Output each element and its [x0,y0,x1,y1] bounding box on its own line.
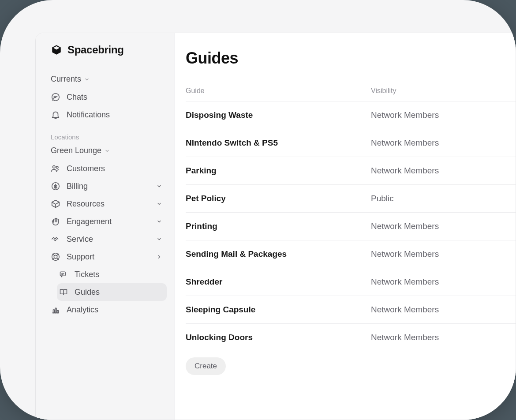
guide-visibility-cell: Network Members [371,249,516,259]
chevron-down-icon [156,236,162,242]
guide-visibility-cell: Network Members [371,221,516,231]
table-row[interactable]: Pet PolicyPublic [186,185,516,213]
guide-name-cell: Disposing Waste [186,110,371,120]
sidebar-item-label: Customers [67,164,162,173]
guide-name-cell: Shredder [186,277,371,287]
svg-point-2 [56,166,58,169]
sidebar-item-label: Tickets [75,270,162,279]
svg-rect-8 [55,308,56,313]
chevron-down-icon [104,148,110,154]
sidebar-item-label: Engagement [67,217,150,226]
location-name: Green Lounge [51,146,101,155]
table-row[interactable]: Nintendo Switch & PS5Network Members [186,129,516,157]
bell-icon [51,110,60,120]
sidebar-item-label: Billing [67,182,150,191]
sidebar-item-label: Service [67,235,150,244]
table-row[interactable]: Disposing WasteNetwork Members [186,101,516,129]
users-icon [51,164,60,173]
sidebar-subitem-guides[interactable]: Guides [57,283,167,301]
book-open-icon [59,287,68,297]
sidebar-item-notifications[interactable]: Notifications [49,106,167,124]
guide-visibility-cell: Network Members [371,277,516,287]
sidebar-subitem-tickets[interactable]: Tickets [57,266,167,283]
guide-visibility-cell: Network Members [371,110,516,120]
chevron-down-icon [156,183,162,189]
table-header-row: Guide Visibility [186,87,516,101]
sidebar-item-label: Chats [67,93,162,102]
package-icon [51,199,60,209]
dollar-circle-icon [51,181,60,191]
guide-name-cell: Nintendo Switch & PS5 [186,138,371,148]
guide-visibility-cell: Network Members [371,166,516,176]
guide-name-cell: Parking [186,166,371,176]
wave-icon [51,217,60,226]
table-row[interactable]: ParkingNetwork Members [186,157,516,185]
currents-section-toggle[interactable]: Currents [49,72,167,86]
app-frame: Spacebring Currents Chats Notifications [0,0,516,420]
guide-name-cell: Printing [186,221,371,231]
brand-name: Spacebring [67,44,124,56]
page-title: Guides [186,49,516,68]
sidebar-item-resources[interactable]: Resources [49,195,167,213]
currents-label: Currents [51,75,81,84]
guide-name-cell: Sending Mail & Packages [186,249,371,259]
support-sublist: Tickets Guides [49,266,167,301]
table-row[interactable]: ShredderNetwork Members [186,268,516,296]
svg-rect-7 [53,310,55,313]
table-row[interactable]: Sleeping CapsuleNetwork Members [186,296,516,324]
chevron-right-icon [156,254,162,260]
guide-name-cell: Pet Policy [186,194,371,203]
sidebar-item-billing[interactable]: Billing [49,177,167,195]
locations-section-label: Locations [49,124,167,143]
column-header-visibility: Visibility [371,87,516,95]
brand[interactable]: Spacebring [49,44,167,56]
table-row[interactable]: Unlocking DoorsNetwork Members [186,324,516,351]
chevron-down-icon [156,218,162,225]
app-window: Spacebring Currents Chats Notifications [35,33,516,420]
sidebar-item-customers[interactable]: Customers [49,160,167,177]
sidebar-item-support[interactable]: Support [49,248,167,266]
sidebar-item-service[interactable]: Service [49,230,167,248]
guide-name-cell: Sleeping Capsule [186,305,371,315]
sidebar-item-label: Notifications [67,110,162,120]
guide-visibility-cell: Network Members [371,333,516,342]
table-row[interactable]: Sending Mail & PackagesNetwork Members [186,240,516,268]
sidebar-item-label: Analytics [67,305,162,315]
guides-table-body: Disposing WasteNetwork MembersNintendo S… [186,101,516,351]
location-selector[interactable]: Green Lounge [49,143,167,158]
ticket-chat-icon [59,270,68,279]
sidebar-item-chats[interactable]: Chats [49,88,167,106]
create-button[interactable]: Create [186,357,226,375]
sidebar-item-label: Support [67,252,150,262]
handshake-icon [51,234,60,244]
table-row[interactable]: PrintingNetwork Members [186,213,516,240]
sidebar-item-label: Guides [75,288,162,297]
bar-chart-icon [51,305,60,315]
chat-icon [51,92,60,102]
sidebar: Spacebring Currents Chats Notifications [36,33,175,420]
chevron-down-icon [84,76,90,82]
main-content: Guides Guide Visibility Disposing WasteN… [175,33,516,420]
guide-visibility-cell: Network Members [371,305,516,315]
sidebar-item-analytics[interactable]: Analytics [49,301,167,319]
sidebar-item-engagement[interactable]: Engagement [49,213,167,230]
guide-visibility-cell: Public [371,194,516,203]
svg-point-1 [53,166,56,169]
guide-name-cell: Unlocking Doors [186,333,371,342]
brand-logo-icon [51,44,62,56]
chevron-down-icon [156,201,162,207]
svg-rect-6 [60,272,66,276]
sidebar-item-label: Resources [67,199,150,209]
svg-rect-9 [57,311,59,313]
column-header-guide: Guide [186,87,371,95]
lifebuoy-icon [51,252,60,262]
guide-visibility-cell: Network Members [371,138,516,148]
